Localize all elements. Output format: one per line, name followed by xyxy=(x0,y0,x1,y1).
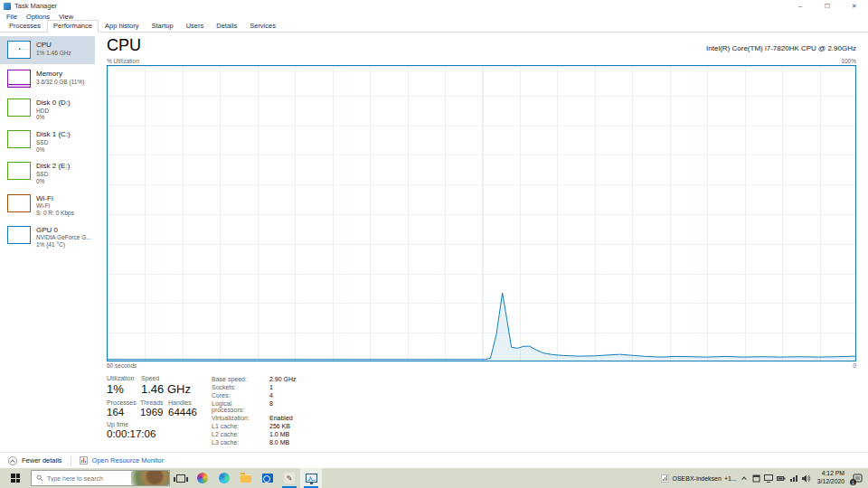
y-axis-max-label: 100% xyxy=(841,58,856,65)
detail-value: 1.0 MB xyxy=(269,431,297,437)
taskbar-search-box[interactable] xyxy=(31,470,170,486)
file-explorer-button[interactable] xyxy=(235,468,257,488)
detail-label: Logical processors: xyxy=(212,400,266,413)
tray-volume-icon[interactable] xyxy=(802,473,812,483)
system-tray: OSEBX-indeksen +1... 4:12 PM 3/12/2020 xyxy=(661,468,868,488)
stock-ticker[interactable]: OSEBX-indeksen +1... xyxy=(661,474,736,483)
sidebar-item-gpu[interactable]: GPU 0NVIDIA GeForce G...1% (41 °C) xyxy=(0,221,95,252)
threads-label: Threads xyxy=(140,399,168,406)
detail-label: L3 cache: xyxy=(212,439,266,446)
sidebar-item-title: Disk 2 (E:) xyxy=(36,162,70,171)
ticker-name: OSEBX-indeksen xyxy=(672,475,721,482)
windows-logo-icon xyxy=(11,474,20,483)
notification-center-button[interactable]: 1 xyxy=(850,468,865,488)
taskbar-clock[interactable]: 4:12 PM 3/12/2020 xyxy=(817,470,844,486)
stock-chart-icon xyxy=(661,474,669,483)
detail-value: 2.90 GHz xyxy=(269,376,297,382)
sidebar-item-disk2[interactable]: Disk 2 (E:)SSD0% xyxy=(0,157,95,188)
search-highlight-image[interactable] xyxy=(131,471,169,485)
disk2-thumbnail-graph xyxy=(7,162,31,180)
utilization-label: Utilization xyxy=(107,375,141,381)
detail-label: Virtualization: xyxy=(212,415,266,421)
cpu-details-list: Base speed:2.90 GHzSockets:1Cores:4Logic… xyxy=(212,375,297,446)
sidebar-item-title: Disk 0 (D:) xyxy=(36,99,71,108)
cpu-model-label: Intel(R) Core(TM) i7-7820HK CPU @ 2.90GH… xyxy=(706,44,856,52)
sidebar-item-title: Memory xyxy=(36,70,84,79)
clock-time: 4:12 PM xyxy=(817,470,844,478)
chevron-up-icon xyxy=(8,456,17,465)
minimize-button[interactable]: – xyxy=(787,0,814,12)
task-manager-taskbar-button[interactable] xyxy=(300,468,322,488)
detail-value: 8.0 MB xyxy=(269,439,297,446)
task-view-button[interactable] xyxy=(170,468,192,488)
performance-sidebar: CPU1% 1.46 GHzMemory3.6/32.0 GB (11%)Dis… xyxy=(0,33,95,452)
x-axis-left-label: 60 seconds xyxy=(107,362,137,370)
uptime-label: Up time xyxy=(107,421,156,427)
detail-value: 256 KB xyxy=(269,423,297,429)
sidebar-item-subtitle2: 0% xyxy=(36,114,71,121)
tab-startup[interactable]: Startup xyxy=(145,20,179,33)
sidebar-item-cpu[interactable]: CPU1% 1.46 GHz xyxy=(0,36,95,64)
pinned-app-colorful-button[interactable] xyxy=(192,468,213,488)
detail-value: Enabled xyxy=(269,415,297,421)
tab-processes[interactable]: Processes xyxy=(3,20,47,33)
notification-badge: 1 xyxy=(850,479,856,485)
sidebar-item-wifi[interactable]: Wi-FiWi-FiS: 0 R: 0 Kbps xyxy=(0,190,95,221)
pen-app-button[interactable]: ✎ xyxy=(278,468,300,488)
sidebar-item-memory[interactable]: Memory3.6/32.0 GB (11%) xyxy=(0,65,95,93)
outlook-button[interactable] xyxy=(257,468,278,488)
tray-battery-icon[interactable] xyxy=(777,473,787,483)
taskbar: ✎ OSEBX-indeksen +1... 4:12 PM 3/12/2 xyxy=(0,468,868,488)
outlook-icon xyxy=(262,474,273,483)
sidebar-item-subtitle2: 0% xyxy=(36,146,71,154)
edge-icon xyxy=(219,473,230,483)
tray-app-window-icon[interactable] xyxy=(751,473,761,483)
threads-value: 1969 xyxy=(140,407,168,418)
uptime-value: 0:00:17:06 xyxy=(107,428,156,439)
cpu-thumbnail-graph xyxy=(7,41,31,59)
tab-services[interactable]: Services xyxy=(243,20,282,33)
ticker-change: +1... xyxy=(724,475,737,482)
detail-value: 4 xyxy=(269,392,297,399)
chevron-up-icon xyxy=(741,477,747,483)
detail-value: 1 xyxy=(269,384,297,390)
sidebar-item-subtitle: NVIDIA GeForce G... xyxy=(36,234,91,241)
tab-app-history[interactable]: App history xyxy=(99,20,146,33)
start-button[interactable] xyxy=(0,468,31,488)
tab-details[interactable]: Details xyxy=(210,20,243,33)
memory-thumbnail-graph xyxy=(7,70,31,88)
processes-label: Processes xyxy=(107,399,140,406)
sidebar-item-disk0[interactable]: Disk 0 (D:)HDD0% xyxy=(0,94,95,125)
search-input[interactable] xyxy=(47,475,127,482)
task-manager-icon xyxy=(306,474,317,483)
handles-label: Handles xyxy=(168,399,197,406)
detail-label: L1 cache: xyxy=(212,423,266,429)
fewer-details-button[interactable]: Fewer details xyxy=(22,456,62,465)
edge-browser-button[interactable] xyxy=(213,468,235,488)
cpu-utilization-chart[interactable] xyxy=(107,65,856,361)
task-view-icon xyxy=(176,474,185,483)
resource-monitor-icon xyxy=(80,456,88,465)
tab-bar: ProcessesPerformanceApp historyStartupUs… xyxy=(0,21,868,33)
utilization-value: 1% xyxy=(107,382,141,396)
cpu-stats: Utilization 1% Speed 1.46 GHz Processes … xyxy=(107,375,856,446)
processes-value: 164 xyxy=(107,407,140,418)
tray-display-icon[interactable] xyxy=(764,473,774,483)
sidebar-item-disk1[interactable]: Disk 1 (C:)SSD0% xyxy=(0,126,95,156)
window-title: Task Manager xyxy=(14,2,57,10)
show-hidden-icons-button[interactable] xyxy=(740,476,749,480)
close-button[interactable]: ✕ xyxy=(841,0,868,12)
tray-network-icon[interactable] xyxy=(789,473,799,483)
page-title: CPU xyxy=(107,36,141,55)
performance-content: CPU1% 1.46 GHzMemory3.6/32.0 GB (11%)Dis… xyxy=(0,33,868,452)
sidebar-item-title: Disk 1 (C:) xyxy=(36,130,71,139)
maximize-button[interactable]: ☐ xyxy=(814,0,841,12)
open-resource-monitor-link[interactable]: Open Resource Monitor xyxy=(92,456,165,465)
title-bar: Task Manager – ☐ ✕ xyxy=(0,0,868,12)
tab-performance[interactable]: Performance xyxy=(47,20,99,33)
cpu-panel: CPU Intel(R) Core(TM) i7-7820HK CPU @ 2.… xyxy=(95,33,868,452)
tab-users[interactable]: Users xyxy=(180,20,211,33)
clock-date: 3/12/2020 xyxy=(817,478,844,486)
disk0-thumbnail-graph xyxy=(7,99,31,117)
detail-label: Sockets: xyxy=(212,384,266,390)
